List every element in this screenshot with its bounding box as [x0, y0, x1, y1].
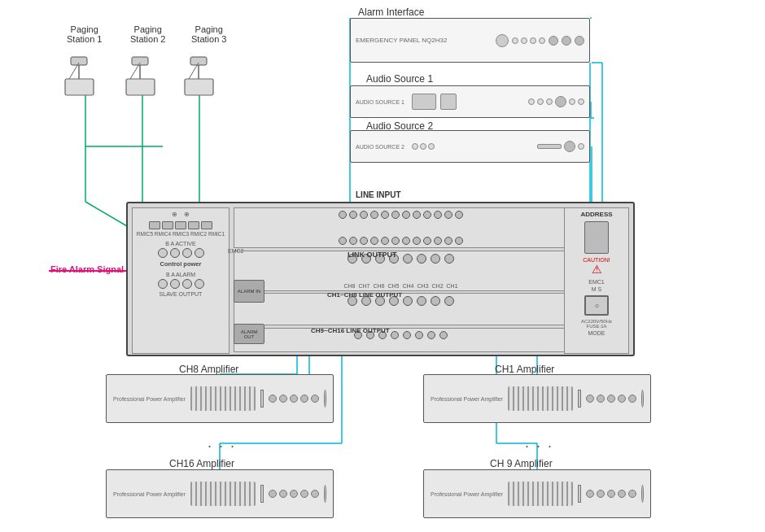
- fire-alarm-signal-label: Fire Alarm Signal: [50, 264, 124, 274]
- amp-ch9-box: Professional Power Amplifier: [423, 469, 651, 518]
- amp-ch16-label: CH16 Amplifier: [169, 458, 234, 469]
- alarm-interface-label: Alarm Interface: [358, 7, 424, 18]
- line-input-label: LINE INPUT: [356, 190, 401, 199]
- amp-ch9-label: CH 9 Amplifier: [490, 458, 553, 469]
- main-rack: CH8 CH7 CH6 CH5 CH4 CH3 CH2 CH1: [126, 202, 635, 356]
- paging-station-3-icon: [181, 50, 217, 99]
- ch1-ch8-output-label: CH1~CH8 LINE OUTPUT: [327, 291, 402, 299]
- amp-ch16-box: Professional Power Amplifier: [106, 469, 334, 518]
- link-output-label: LINK OUTPUT: [348, 251, 397, 259]
- audio-source1-box: AUDIO SOURCE 1: [350, 85, 590, 118]
- continuation-dots-left: · · ·: [208, 438, 236, 455]
- audio-source1-label: Audio Source 1: [366, 73, 433, 85]
- amp-ch1-box: Professional Power Amplifier: [423, 374, 651, 423]
- svg-rect-34: [65, 79, 94, 95]
- continuation-dots-right: · · ·: [525, 438, 553, 455]
- svg-rect-44: [190, 57, 207, 65]
- audio-source2-box: AUDIO SOURCE 2: [350, 130, 590, 163]
- diagram-container: Alarm Interface Audio Source 1 Audio Sou…: [0, 0, 765, 532]
- svg-rect-42: [185, 79, 213, 95]
- svg-rect-36: [71, 57, 87, 65]
- ch9-ch16-output-label: CH9~CH16 LINE OUTPUT: [311, 327, 390, 334]
- paging-station-3-label: Paging Station 3: [191, 24, 226, 44]
- paging-station-2-label: Paging Station 2: [130, 24, 165, 44]
- paging-station-1-label: Paging Station 1: [67, 24, 102, 44]
- amp-ch8-box: Professional Power Amplifier: [106, 374, 334, 423]
- svg-rect-38: [126, 79, 155, 95]
- paging-station-1-icon: [61, 50, 98, 99]
- svg-rect-40: [132, 57, 148, 65]
- amp-ch1-label: CH1 Amplifier: [495, 364, 554, 375]
- amp-ch8-label: CH8 Amplifier: [179, 364, 238, 375]
- paging-station-2-icon: [122, 50, 159, 99]
- alarm-interface-box: EMERGENCY PANEL NQ2H32: [350, 18, 590, 63]
